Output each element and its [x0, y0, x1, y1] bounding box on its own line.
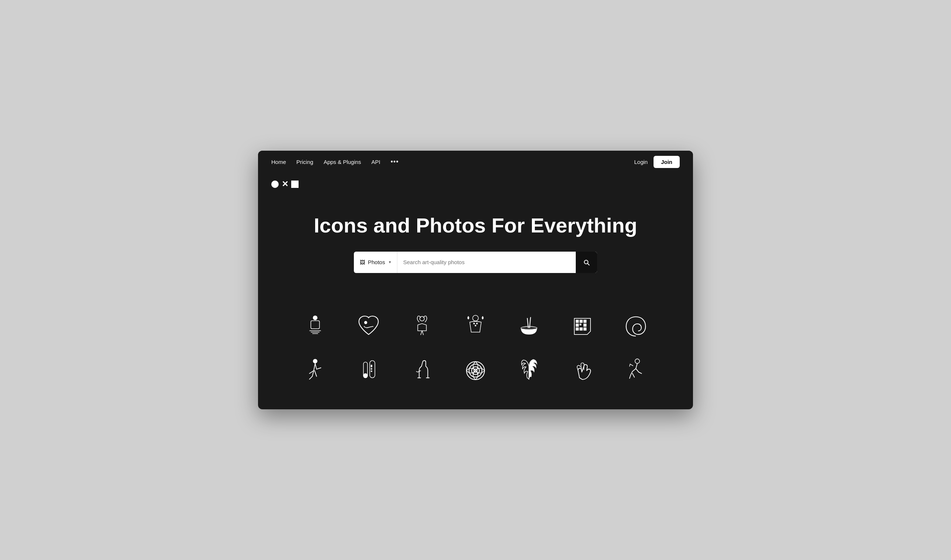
svg-rect-19	[576, 324, 579, 326]
svg-point-10	[474, 323, 475, 324]
icon-digital-head[interactable]	[556, 306, 609, 347]
icon-test-tubes[interactable]	[342, 350, 396, 391]
icon-dancer[interactable]	[288, 350, 342, 391]
icon-decorated-woman[interactable]	[449, 306, 502, 347]
join-button[interactable]: Join	[654, 156, 680, 168]
logo-area: ✕	[258, 173, 693, 192]
search-input[interactable]	[398, 259, 576, 265]
svg-line-7	[421, 331, 422, 335]
hero-title: Icons and Photos For Everything	[265, 214, 686, 237]
svg-rect-18	[584, 320, 586, 322]
logo-x-icon: ✕	[282, 180, 288, 188]
icon-llama[interactable]	[396, 350, 449, 391]
svg-rect-23	[580, 328, 583, 330]
icon-bowl-chopsticks[interactable]	[502, 306, 556, 347]
icons-section	[258, 306, 693, 409]
nav-apps-plugins[interactable]: Apps & Plugins	[324, 159, 361, 165]
svg-line-15	[530, 317, 531, 328]
svg-rect-21	[584, 324, 586, 326]
search-bar: 🖼 Photos ▾	[354, 252, 597, 273]
icon-heart-face[interactable]	[342, 306, 396, 347]
icon-buddha[interactable]	[288, 306, 342, 347]
buddha-icon	[302, 314, 328, 339]
nav-actions: Login Join	[634, 156, 680, 168]
test-tubes-icon	[356, 358, 382, 383]
search-icon	[583, 258, 590, 266]
svg-rect-28	[370, 361, 375, 378]
svg-rect-30	[371, 368, 372, 369]
svg-rect-27	[364, 374, 367, 378]
nav-pricing[interactable]: Pricing	[296, 159, 313, 165]
svg-line-8	[422, 331, 424, 335]
svg-rect-22	[576, 328, 579, 330]
digital-head-icon	[569, 314, 595, 339]
heart-face-icon	[356, 314, 382, 339]
browser-window: Home Pricing Apps & Plugins API ••• Logi…	[258, 151, 693, 409]
decorated-woman-icon	[462, 314, 489, 339]
icons-row-2	[265, 350, 686, 391]
logo-square-icon	[291, 180, 299, 188]
photos-icon: 🖼	[360, 259, 365, 265]
svg-rect-24	[584, 328, 586, 330]
bowl-chopsticks-icon	[516, 314, 542, 339]
icon-spiral-shell[interactable]	[609, 306, 663, 347]
logo[interactable]: ✕	[271, 180, 680, 188]
flower-person-icon	[409, 314, 435, 339]
monstera-leaf-icon	[516, 358, 542, 383]
search-type-dropdown[interactable]: 🖼 Photos ▾	[354, 252, 398, 273]
celtic-knot-icon	[462, 358, 489, 383]
svg-rect-20	[580, 324, 581, 325]
nav-links: Home Pricing Apps & Plugins API •••	[271, 158, 634, 166]
navbar: Home Pricing Apps & Plugins API ••• Logi…	[258, 151, 693, 173]
nav-api[interactable]: API	[371, 159, 381, 165]
svg-rect-31	[371, 371, 372, 372]
chevron-down-icon: ▾	[389, 260, 391, 265]
icon-celtic-knot[interactable]	[449, 350, 502, 391]
svg-point-38	[635, 359, 640, 363]
llama-icon	[409, 358, 435, 383]
spiral-shell-icon	[623, 314, 649, 339]
svg-rect-16	[576, 320, 579, 322]
icon-monstera-leaf[interactable]	[502, 350, 556, 391]
nav-more-button[interactable]: •••	[391, 158, 399, 166]
waving-hand-icon	[569, 358, 595, 383]
logo-circle-icon	[271, 180, 279, 188]
svg-point-0	[313, 315, 318, 320]
login-button[interactable]: Login	[634, 159, 647, 165]
hero-section: Icons and Photos For Everything 🖼 Photos…	[258, 192, 693, 306]
svg-rect-29	[371, 365, 372, 367]
svg-point-5	[365, 321, 367, 324]
svg-point-25	[313, 359, 318, 363]
running-figure-icon	[623, 358, 649, 383]
icon-flower-person[interactable]	[396, 306, 449, 347]
search-button[interactable]	[576, 252, 597, 273]
svg-point-9	[473, 315, 478, 321]
search-type-label: Photos	[368, 259, 385, 265]
svg-point-13	[521, 326, 537, 330]
icon-running-figure[interactable]	[609, 350, 663, 391]
icons-row-1	[265, 306, 686, 347]
icon-waving-hand[interactable]	[556, 350, 609, 391]
svg-point-11	[476, 323, 477, 324]
nav-home[interactable]: Home	[271, 159, 286, 165]
svg-point-12	[475, 325, 476, 326]
search-container: 🖼 Photos ▾	[265, 252, 686, 273]
svg-rect-17	[580, 320, 583, 322]
svg-rect-1	[311, 320, 319, 329]
dancer-icon	[302, 358, 328, 383]
